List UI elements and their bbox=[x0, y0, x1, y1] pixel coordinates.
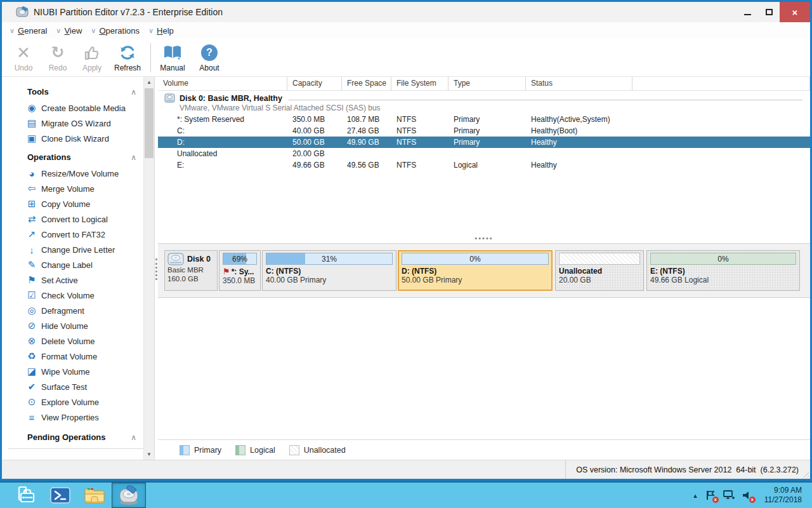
taskbar-powershell-button[interactable] bbox=[43, 483, 77, 508]
table-row-c[interactable]: C: 40.00 GB 27.48 GB NTFS Primary Health… bbox=[158, 125, 810, 137]
sidebar-item-surface-test[interactable]: ✔Surface Test bbox=[2, 379, 154, 394]
usage-bar: 31% bbox=[266, 253, 393, 265]
network-icon[interactable] bbox=[723, 490, 735, 501]
collapse-icon: ∧ bbox=[131, 433, 136, 442]
sidebar-item-merge-volume[interactable]: ⇦Merge Volume bbox=[2, 181, 154, 196]
copy-icon: ⊞ bbox=[25, 198, 39, 210]
disk-map-disk-info[interactable]: Disk 0 Basic MBR 160.0 GB bbox=[164, 250, 218, 291]
volume-table-header: Volume Capacity Free Space File System T… bbox=[158, 77, 810, 91]
disk-icon bbox=[167, 253, 184, 265]
section-pending-operations[interactable]: Pending Operations ∧ bbox=[2, 429, 154, 446]
column-type[interactable]: Type bbox=[449, 77, 526, 90]
taskbar-niubi-button[interactable] bbox=[112, 483, 146, 508]
convert-logical-icon: ⇄ bbox=[25, 213, 39, 225]
menu-operations[interactable]: ∨Operations bbox=[91, 26, 140, 36]
column-file-system[interactable]: File System bbox=[391, 77, 449, 90]
sidebar-item-create-bootable-media[interactable]: ◉Create Bootable Media bbox=[2, 100, 154, 116]
table-row-d-selected[interactable]: D: 50.00 GB 49.90 GB NTFS Primary Health… bbox=[158, 137, 810, 148]
sidebar-item-change-label[interactable]: ✎Change Label bbox=[2, 257, 154, 272]
sidebar-item-explore-volume[interactable]: ⊙Explore Volume bbox=[2, 394, 154, 410]
menu-bar: ∨General ∨View ∨Operations ∨Help bbox=[2, 22, 810, 39]
sidebar-item-convert-to-fat32[interactable]: ↗Convert to FAT32 bbox=[2, 227, 154, 242]
scrollbar-thumb[interactable] bbox=[145, 88, 154, 158]
column-status[interactable]: Status bbox=[526, 77, 632, 90]
pending-operations-list bbox=[8, 448, 154, 465]
error-badge: x bbox=[712, 497, 719, 503]
column-volume[interactable]: Volume bbox=[158, 77, 287, 90]
section-operations[interactable]: Operations ∧ bbox=[2, 149, 154, 166]
sidebar-item-format-volume[interactable]: ♻Format Volume bbox=[2, 349, 154, 364]
redo-button[interactable]: ↻ Redo bbox=[41, 40, 74, 76]
close-button[interactable]: × bbox=[780, 2, 810, 22]
sidebar-item-copy-volume[interactable]: ⊞Copy Volume bbox=[2, 196, 154, 211]
book-icon bbox=[163, 43, 182, 62]
table-row-system-reserved[interactable]: *: System Reserved 350.0 MB 108.7 MB NTF… bbox=[158, 114, 810, 125]
maximize-button[interactable] bbox=[758, 2, 780, 22]
sidebar-item-change-drive-letter[interactable]: ↓Change Drive Letter bbox=[2, 242, 154, 257]
magnifier-icon: ⊙ bbox=[25, 396, 39, 408]
splitter-handle-icon bbox=[155, 258, 157, 280]
column-free-space[interactable]: Free Space bbox=[342, 77, 391, 90]
menu-help[interactable]: ∨Help bbox=[148, 26, 174, 36]
volume-muted-icon[interactable]: x bbox=[742, 490, 753, 501]
sidebar-item-convert-to-logical[interactable]: ⇄Convert to Logical bbox=[2, 211, 154, 227]
sidebar-item-delete-volume[interactable]: ⊗Delete Volume bbox=[2, 333, 154, 349]
partition-block-system-reserved[interactable]: 69% ⚑*: Sy... 350.0 MB bbox=[219, 250, 261, 291]
action-center-flag-icon[interactable]: x bbox=[705, 490, 716, 501]
flag-icon: ⚑ bbox=[25, 274, 39, 286]
hidden-icons-chevron[interactable]: ▴ bbox=[693, 491, 697, 500]
taskbar-server-manager-button[interactable] bbox=[9, 483, 43, 508]
taskbar-clock[interactable]: 9:09 AM 11/27/2018 bbox=[764, 486, 806, 505]
horizontal-splitter[interactable]: ••••• bbox=[158, 236, 810, 243]
menu-view[interactable]: ∨View bbox=[56, 26, 82, 36]
partition-block-unallocated[interactable]: Unallocated 20.00 GB bbox=[555, 250, 644, 291]
bootable-media-icon: ◉ bbox=[25, 102, 39, 114]
partition-editor-icon bbox=[117, 485, 140, 505]
resize-move-icon: ◕ bbox=[25, 168, 39, 179]
spacer bbox=[158, 298, 810, 439]
title-bar: NIUBI Partition Editor v7.2.3 - Enterpri… bbox=[2, 2, 810, 22]
section-tools[interactable]: Tools ∧ bbox=[2, 83, 154, 100]
usage-bar: 0% bbox=[650, 253, 796, 265]
tray-date: 11/27/2018 bbox=[764, 495, 802, 505]
column-empty bbox=[632, 77, 810, 90]
sidebar-item-view-properties[interactable]: ≡View Properties bbox=[2, 410, 154, 425]
undo-button[interactable]: ✕ Undo bbox=[7, 40, 40, 76]
merge-icon: ⇦ bbox=[25, 183, 39, 194]
about-button[interactable]: ? About bbox=[192, 40, 227, 76]
chevron-down-icon: ∨ bbox=[148, 27, 154, 35]
usage-bar: 69% bbox=[223, 253, 257, 265]
sidebar-item-clone-disk-wizard[interactable]: ▣Clone Disk Wizard bbox=[2, 131, 154, 146]
minimize-button[interactable] bbox=[737, 2, 758, 22]
partition-block-c[interactable]: 31% C: (NTFS) 40.00 GB Primary bbox=[262, 250, 396, 291]
sidebar-item-migrate-os-wizard[interactable]: ▤Migrate OS Wizard bbox=[2, 116, 154, 131]
refresh-button[interactable]: Refresh bbox=[110, 40, 145, 76]
taskbar-file-explorer-button[interactable] bbox=[77, 483, 112, 508]
sidebar-item-defragment[interactable]: ◎Defragment bbox=[2, 303, 154, 318]
sidebar-scrollbar[interactable]: ▲ ▼ bbox=[143, 77, 154, 460]
sidebar-item-check-volume[interactable]: ☑Check Volume bbox=[2, 288, 154, 303]
primary-swatch-icon bbox=[180, 445, 190, 455]
convert-fat32-icon: ↗ bbox=[25, 229, 39, 240]
scroll-down-icon[interactable]: ▼ bbox=[144, 449, 154, 460]
legend-unallocated: Unallocated bbox=[289, 445, 346, 455]
partition-block-d-selected[interactable]: 0% D: (NTFS) 50.00 GB Primary bbox=[398, 250, 553, 291]
table-row-e[interactable]: E: 49.66 GB 49.56 GB NTFS Logical Health… bbox=[158, 159, 810, 171]
legend: Primary Logical Unallocated bbox=[158, 439, 810, 460]
scroll-up-icon[interactable]: ▲ bbox=[144, 77, 154, 88]
partition-block-e[interactable]: 0% E: (NTFS) 49.66 GB Logical bbox=[646, 250, 800, 291]
sidebar-item-wipe-volume[interactable]: ◪Wipe Volume bbox=[2, 364, 154, 379]
table-row-unallocated[interactable]: Unallocated 20.00 GB bbox=[158, 148, 810, 159]
sidebar-item-resize-move-volume[interactable]: ◕Resize/Move Volume bbox=[2, 166, 154, 181]
disk-icon bbox=[164, 93, 176, 103]
column-capacity[interactable]: Capacity bbox=[287, 77, 342, 90]
manual-button[interactable]: Manual bbox=[155, 40, 190, 76]
menu-general[interactable]: ∨General bbox=[10, 26, 47, 36]
sidebar-item-hide-volume[interactable]: ⊘Hide Volume bbox=[2, 318, 154, 333]
disk-group-header[interactable]: Disk 0: Basic MBR, Healthy VMware, VMwar… bbox=[158, 91, 810, 114]
sidebar-item-set-active[interactable]: ⚑Set Active bbox=[2, 272, 154, 288]
usage-bar: 0% bbox=[402, 253, 549, 265]
redo-icon: ↻ bbox=[51, 43, 65, 62]
vertical-splitter[interactable] bbox=[154, 77, 158, 460]
apply-button[interactable]: Apply bbox=[75, 40, 108, 76]
